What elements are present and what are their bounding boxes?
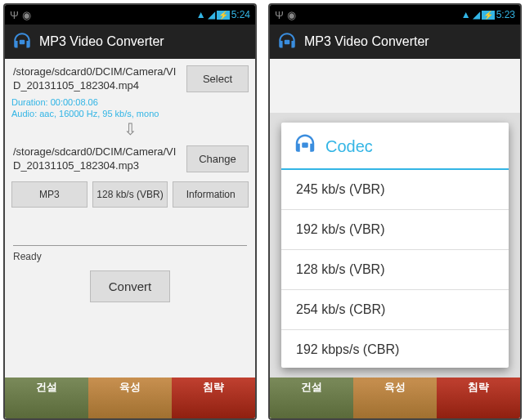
battery-icon: ⚡: [217, 11, 230, 20]
signal-icon: ◢: [473, 9, 480, 20]
clock: 5:24: [231, 9, 250, 20]
phone-main: Ψ ◉ ▲ ◢ ⚡ 5:24 MP3 Video Converter /stor…: [3, 3, 257, 420]
dialog-list: 245 kb/s (VBR) 192 kb/s (VBR) 128 kb/s (…: [281, 170, 509, 368]
meta-audio: Audio: aac, 16000 Hz, 95 kb/s, mono: [5, 108, 255, 119]
arrow-down-icon: ⇩: [5, 119, 255, 139]
app-icon: [276, 31, 298, 52]
ad-banner[interactable]: 건설 육성 침략: [270, 378, 520, 418]
battery-icon: ⚡: [482, 11, 495, 20]
codec-dialog: Codec 245 kb/s (VBR) 192 kb/s (VBR) 128 …: [281, 123, 509, 368]
status-text: Ready: [5, 246, 255, 267]
dialog-icon: [293, 132, 317, 160]
clock: 5:23: [496, 9, 515, 20]
convert-button[interactable]: Convert: [90, 270, 171, 302]
meta-duration: Duration: 00:00:08.06: [5, 96, 255, 108]
status-bar: Ψ ◉ ▲ ◢ ⚡ 5:24: [5, 5, 255, 25]
app-icon: [11, 31, 33, 52]
app-bar: MP3 Video Converter: [270, 25, 520, 59]
ad-cell-2[interactable]: 육성: [88, 378, 172, 418]
app-title: MP3 Video Converter: [39, 34, 164, 49]
status-bar: Ψ ◉ ▲ ◢ ⚡ 5:23: [270, 5, 520, 25]
information-button[interactable]: Information: [173, 181, 249, 208]
dest-path: /storage/sdcard0/DCIM/Camera/VID_2013110…: [13, 145, 180, 173]
ad-cell-3[interactable]: 침략: [172, 378, 255, 418]
main-content: /storage/sdcard0/DCIM/Camera/VID_2013110…: [5, 59, 255, 418]
android-icon: ◉: [22, 9, 31, 21]
ad-cell-1[interactable]: 건설: [5, 378, 88, 418]
wifi-icon: ▲: [196, 9, 206, 20]
select-button[interactable]: Select: [186, 65, 249, 92]
ad-cell-2[interactable]: 육성: [353, 378, 437, 418]
codec-option[interactable]: 192 kbps/s (CBR): [281, 330, 509, 368]
usb-icon: Ψ: [275, 9, 284, 21]
svg-rect-0: [20, 40, 25, 44]
app-title: MP3 Video Converter: [304, 34, 429, 49]
change-button[interactable]: Change: [186, 145, 249, 172]
svg-rect-1: [285, 40, 290, 44]
codec-option[interactable]: 245 kb/s (VBR): [281, 170, 509, 210]
dialog-header: Codec: [281, 123, 509, 170]
codec-option[interactable]: 128 kb/s (VBR): [281, 250, 509, 290]
app-bar: MP3 Video Converter: [5, 25, 255, 59]
ad-cell-1[interactable]: 건설: [270, 378, 353, 418]
bitrate-button[interactable]: 128 kb/s (VBR): [92, 181, 168, 208]
usb-icon: Ψ: [10, 9, 19, 21]
format-button[interactable]: MP3: [11, 181, 88, 208]
android-icon: ◉: [287, 9, 296, 21]
ad-banner[interactable]: 건설 육성 침략: [5, 378, 255, 418]
dialog-title: Codec: [325, 137, 373, 156]
source-path: /storage/sdcard0/DCIM/Camera/VID_2013110…: [13, 65, 180, 93]
codec-option[interactable]: 254 kb/s (CBR): [281, 290, 509, 330]
ad-cell-3[interactable]: 침략: [437, 378, 520, 418]
main-content-dimmed: Codec 245 kb/s (VBR) 192 kb/s (VBR) 128 …: [270, 59, 520, 418]
wifi-icon: ▲: [461, 9, 471, 20]
codec-option[interactable]: 192 kb/s (VBR): [281, 210, 509, 250]
svg-rect-2: [302, 143, 308, 148]
phone-dialog: Ψ ◉ ▲ ◢ ⚡ 5:23 MP3 Video Converter Codec…: [268, 3, 522, 420]
signal-icon: ◢: [208, 9, 215, 20]
